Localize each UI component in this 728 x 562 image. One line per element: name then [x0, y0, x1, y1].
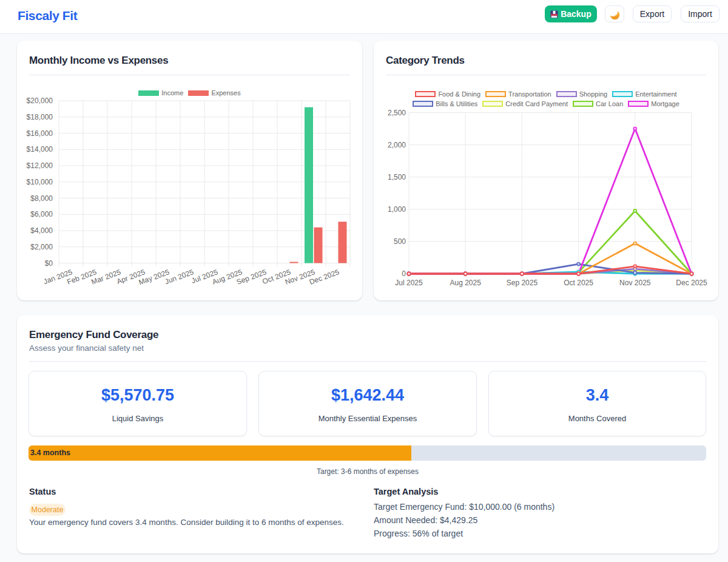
svg-text:$6,000: $6,000: [30, 210, 53, 218]
svg-text:$2,000: $2,000: [30, 243, 53, 251]
svg-text:$20,000: $20,000: [27, 96, 53, 105]
svg-text:2,500: 2,500: [388, 109, 406, 117]
svg-text:1,500: 1,500: [388, 173, 406, 181]
svg-text:$14,000: $14,000: [27, 145, 53, 154]
svg-text:$8,000: $8,000: [30, 194, 53, 203]
svg-text:$18,000: $18,000: [27, 113, 53, 121]
svg-text:Nov 2025: Nov 2025: [619, 279, 651, 287]
svg-text:2,000: 2,000: [388, 141, 406, 149]
svg-text:Aug 2025: Aug 2025: [450, 279, 482, 287]
svg-text:500: 500: [394, 237, 406, 246]
svg-text:0: 0: [402, 269, 406, 278]
svg-text:Jul 2025: Jul 2025: [395, 279, 423, 287]
svg-text:Sep 2025: Sep 2025: [507, 279, 538, 287]
svg-text:$16,000: $16,000: [27, 129, 53, 138]
svg-text:$0: $0: [45, 259, 53, 268]
svg-text:$12,000: $12,000: [27, 161, 53, 170]
svg-text:Oct 2025: Oct 2025: [564, 279, 593, 287]
svg-text:$10,000: $10,000: [27, 178, 53, 186]
svg-text:$4,000: $4,000: [30, 226, 53, 235]
svg-text:1,000: 1,000: [388, 205, 406, 214]
svg-text:Dec 2025: Dec 2025: [676, 279, 707, 287]
